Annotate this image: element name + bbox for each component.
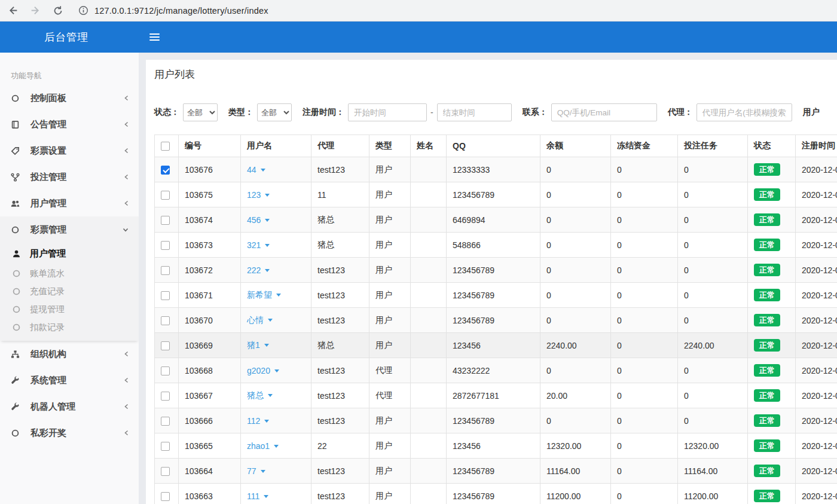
username-link[interactable]: 心情: [247, 315, 273, 325]
balance-cell: 12320.00: [540, 433, 611, 459]
row-checkbox[interactable]: [161, 467, 170, 476]
qq-cell: 123456789: [447, 459, 540, 484]
row-checkbox[interactable]: [161, 266, 170, 275]
user-id-cell: 103666: [179, 408, 241, 433]
sidebar-item-sub-withdraw-management[interactable]: 提现管理: [0, 300, 139, 318]
refresh-icon[interactable]: [53, 5, 63, 16]
row-checkbox[interactable]: [161, 316, 170, 325]
sidebar-item-control-panel[interactable]: 控制面板: [0, 85, 139, 111]
balance-cell: 0: [540, 182, 611, 207]
row-checkbox[interactable]: [161, 216, 170, 225]
frozen-cell: 0: [611, 358, 678, 383]
type-cell: 用户: [369, 459, 411, 484]
username-link[interactable]: 222: [247, 265, 270, 275]
balance-cell: 2240.00: [540, 333, 611, 358]
status-cell: 正常: [748, 207, 796, 233]
username-link[interactable]: g2020: [247, 366, 279, 375]
row-checkbox-cell: [155, 157, 179, 182]
wrench-icon: [11, 376, 23, 385]
table-row: 103663111test123用户12345678911200.0001120…: [155, 484, 837, 504]
username-cell: 222: [241, 258, 311, 283]
table-row: 103673321猪总用户548866000正常2020-12-0: [155, 233, 837, 258]
sidebar-item-notice-management[interactable]: 公告管理: [0, 111, 139, 138]
sidebar-item-lottery-settings[interactable]: 彩票设置: [0, 138, 139, 164]
sidebar-item-sub-recharge-records[interactable]: 充值记录: [0, 282, 139, 300]
task-cell: 0: [678, 182, 748, 207]
username-link[interactable]: 猪总: [247, 390, 273, 400]
start-time-input[interactable]: [348, 103, 427, 121]
username-link[interactable]: 猪1: [247, 340, 269, 350]
regtime-cell: 2020-12-0: [796, 233, 837, 258]
sidebar-item-lottery-management[interactable]: 彩票管理: [0, 216, 139, 243]
row-checkbox[interactable]: [161, 392, 170, 401]
username-link[interactable]: 44: [247, 165, 265, 175]
sidebar-item-user-management[interactable]: 用户管理: [0, 190, 139, 216]
username-link[interactable]: 新希望: [247, 290, 281, 300]
username-link[interactable]: 77: [247, 466, 265, 476]
sidebar-item-private-lottery-draw[interactable]: 私彩开奖: [0, 420, 139, 446]
task-cell: 0: [678, 408, 748, 433]
row-checkbox[interactable]: [161, 166, 170, 175]
row-checkbox[interactable]: [161, 366, 170, 375]
name-cell: [411, 408, 447, 433]
username-link[interactable]: 123: [247, 190, 270, 200]
username-link[interactable]: zhao1: [247, 441, 279, 451]
type-cell: 用户: [369, 308, 411, 333]
username-cell: 猪总: [241, 383, 311, 408]
address-bar-url[interactable]: 127.0.0.1:9712/jc/manage/lottery/user/in…: [94, 6, 268, 16]
row-checkbox[interactable]: [161, 417, 170, 426]
sidebar-item-bet-management[interactable]: 投注管理: [0, 164, 139, 190]
row-checkbox-cell: [155, 433, 179, 459]
row-checkbox[interactable]: [161, 492, 170, 501]
sidebar-item-sub-user-management[interactable]: 用户管理: [0, 243, 139, 264]
select-all-checkbox[interactable]: [161, 142, 170, 151]
sidebar-item-system-management[interactable]: 系统管理: [0, 367, 139, 393]
sidebar-item-sub-deduction-records[interactable]: 扣款记录: [0, 318, 139, 336]
status-badge: 正常: [754, 414, 780, 427]
row-checkbox-cell: [155, 484, 179, 504]
caret-down-icon: [265, 244, 270, 247]
username-link[interactable]: 456: [247, 215, 270, 225]
name-cell: [411, 283, 447, 308]
back-icon[interactable]: [7, 5, 19, 16]
row-checkbox[interactable]: [161, 291, 170, 300]
username-link[interactable]: 112: [247, 416, 269, 426]
task-cell: 0: [678, 258, 748, 283]
agent-cell: 猪总: [311, 207, 369, 233]
agent-input[interactable]: [697, 103, 792, 121]
status-badge: 正常: [754, 264, 780, 276]
username-link[interactable]: 321: [247, 240, 270, 250]
type-filter-select[interactable]: 全部: [257, 103, 292, 121]
agent-cell: 22: [311, 433, 369, 459]
type-cell: 用户: [369, 157, 411, 182]
row-checkbox[interactable]: [161, 341, 170, 350]
username-cell: zhao1: [241, 433, 311, 459]
filter-bar: 状态： 全部 类型： 全部 注册时间： - 联系： 代理： 用户: [154, 103, 837, 121]
sidebar-item-robot-management[interactable]: 机器人管理: [0, 393, 139, 420]
regtime-cell: 2020-12-0: [796, 308, 837, 333]
regtime-cell: 2020-12-0: [796, 433, 837, 459]
type-cell: 用户: [369, 233, 411, 258]
status-cell: 正常: [748, 182, 796, 207]
status-cell: 正常: [748, 383, 796, 408]
table-row: 103670心情test123用户123456789000正常2020-12-0: [155, 308, 837, 333]
name-cell: [411, 433, 447, 459]
end-time-input[interactable]: [437, 103, 512, 121]
status-filter-select[interactable]: 全部: [183, 103, 218, 121]
row-checkbox-cell: [155, 283, 179, 308]
forward-icon[interactable]: [30, 5, 41, 16]
row-checkbox[interactable]: [161, 191, 170, 200]
contact-filter-label: 联系：: [523, 107, 548, 118]
chevron-left-icon: [124, 200, 129, 207]
row-checkbox[interactable]: [161, 442, 170, 451]
user-id-cell: 103675: [179, 182, 241, 207]
hamburger-icon[interactable]: [149, 32, 160, 42]
username-link[interactable]: 111: [247, 491, 268, 501]
agent-cell: test123: [311, 283, 369, 308]
sidebar-item-sub-bill-flow[interactable]: 账单流水: [0, 264, 139, 282]
info-icon[interactable]: [78, 5, 88, 16]
regtime-cell: 2020-12-0: [796, 358, 837, 383]
contact-input[interactable]: [551, 103, 657, 121]
row-checkbox[interactable]: [161, 241, 170, 250]
sidebar-item-organization[interactable]: 组织机构: [0, 341, 139, 367]
